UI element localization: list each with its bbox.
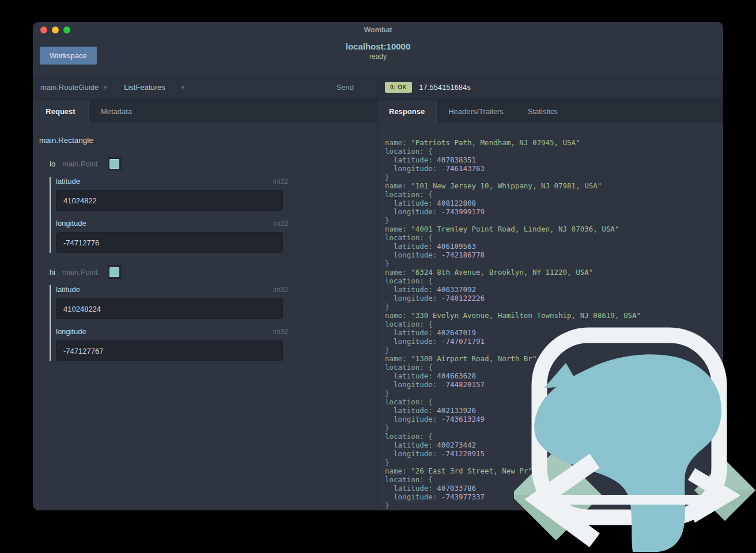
response-line: latitude: 408122808 (385, 199, 723, 207)
wombat-window: Wombat Workspace localhost:10000 ready m… (33, 22, 723, 510)
response-line: latitude: 407838351 (385, 156, 723, 164)
response-line: longitude: -740122226 (385, 294, 723, 302)
response-line: } (385, 501, 723, 510)
response-line: name: "26 East 3rd Street, New Pr" (385, 467, 723, 475)
request-tab-bar: Request Metadata (33, 100, 377, 123)
response-line: } (385, 346, 723, 354)
response-line: name: "Patriots Path, Mendham, NJ 07945,… (385, 138, 723, 147)
chevron-down-icon[interactable]: ▾ (103, 84, 107, 90)
screen: Wombat Workspace localhost:10000 ready m… (0, 0, 756, 553)
field-type: main.Point (62, 268, 97, 276)
traffic-lights (40, 26, 70, 33)
response-line: longitude: -744820157 (385, 380, 723, 389)
response-line: location: { (385, 432, 723, 441)
field-type: main.Point (62, 160, 97, 168)
field-lo-checkbox[interactable] (108, 157, 122, 171)
chevron-down-icon[interactable]: ▾ (181, 84, 185, 90)
header: Workspace localhost:10000 ready (33, 38, 723, 75)
latitude-type: int32 (273, 286, 288, 294)
response-line: name: "4001 Tremley Point Road, Linden, … (385, 225, 723, 233)
server-status: localhost:10000 ready (33, 41, 723, 60)
response-line: longitude: -747071791 (385, 337, 723, 346)
response-line: longitude: -743999179 (385, 207, 723, 216)
field-name: lo (50, 160, 55, 168)
response-line: latitude: 406109563 (385, 242, 723, 251)
send-button[interactable]: Send (333, 82, 357, 92)
field-hi-checkbox[interactable] (108, 265, 122, 279)
response-line: name: "101 New Jersey 10, Whippany, NJ 0… (385, 181, 723, 190)
service-select[interactable]: main.RouteGuide (40, 83, 99, 92)
response-line: location: { (385, 233, 723, 242)
response-line: } (385, 389, 723, 397)
response-line: location: { (385, 276, 723, 285)
longitude-type: int32 (273, 219, 288, 228)
connection-status: ready (33, 52, 723, 60)
response-line: } (385, 259, 723, 268)
message-type-label: main.Rectangle (39, 136, 377, 145)
status-badge: 0: OK (385, 82, 412, 93)
response-line: latitude: 402647019 (385, 328, 723, 337)
zoom-button[interactable] (63, 26, 70, 33)
tab-metadata[interactable]: Metadata (89, 100, 144, 123)
request-toolbar: main.RouteGuide ▾ ListFeatures ▾ Send (33, 75, 377, 100)
response-panel: 0: OK 17.554151684s Response Headers/Tra… (377, 75, 723, 510)
response-line: longitude: -743977337 (385, 493, 723, 501)
response-line: } (385, 173, 723, 181)
response-line: location: { (385, 190, 723, 199)
lo-latitude-input[interactable] (56, 190, 283, 211)
tab-headers-trailers[interactable]: Headers/Trailers (437, 100, 515, 123)
field-name: hi (50, 268, 55, 276)
field-group-lo: lo main.Point latitude int32 (50, 156, 377, 253)
server-address: localhost:10000 (33, 41, 723, 51)
response-tab-bar: Response Headers/Trailers Statistics (377, 100, 723, 123)
longitude-type: int32 (273, 328, 288, 336)
response-line: location: { (385, 320, 723, 328)
response-line: } (385, 458, 723, 467)
response-line: location: { (385, 397, 723, 406)
response-line: latitude: 407033786 (385, 484, 723, 493)
response-line: } (385, 216, 723, 225)
title-bar: Wombat (33, 22, 723, 38)
checkbox-checked-icon (109, 159, 119, 169)
response-line: longitude: -742186778 (385, 251, 723, 259)
request-form: main.Rectangle lo main.Point latitude (33, 123, 377, 510)
longitude-label: longitude (56, 219, 86, 228)
response-line: longitude: -746143763 (385, 164, 723, 173)
tab-request[interactable]: Request (33, 100, 89, 123)
response-line: name: "6324 8th Avenue, Brooklyn, NY 112… (385, 268, 723, 276)
response-line: longitude: -743613249 (385, 415, 723, 423)
longitude-label: longitude (56, 327, 86, 336)
main-split: main.RouteGuide ▾ ListFeatures ▾ Send Re… (33, 75, 723, 510)
response-line: longitude: -741220915 (385, 449, 723, 458)
response-line: location: { (385, 363, 723, 372)
method-select[interactable]: ListFeatures (124, 83, 165, 92)
field-group-hi: hi main.Point latitude int32 (50, 264, 377, 361)
latitude-type: int32 (273, 177, 288, 185)
hi-latitude-input[interactable] (56, 298, 283, 319)
latitude-label: latitude (56, 285, 80, 294)
response-line: } (385, 423, 723, 432)
response-line: location: { (385, 475, 723, 484)
response-line: location: { (385, 147, 723, 156)
checkbox-checked-icon (109, 267, 119, 277)
response-line: latitude: 404663628 (385, 372, 723, 380)
tab-statistics[interactable]: Statistics (515, 100, 570, 123)
response-line: name: "1300 Airport Road, North Br" (385, 354, 723, 363)
response-scroll-area[interactable]: name: "Patriots Path, Mendham, NJ 07945,… (377, 123, 723, 510)
close-button[interactable] (40, 26, 47, 33)
window-title: Wombat (364, 26, 392, 34)
duration-label: 17.554151684s (419, 83, 471, 92)
lo-longitude-input[interactable] (56, 232, 283, 253)
response-line: latitude: 400273442 (385, 441, 723, 449)
tab-response[interactable]: Response (377, 100, 437, 123)
response-line: } (385, 302, 723, 311)
hi-longitude-input[interactable] (56, 340, 283, 361)
request-panel: main.RouteGuide ▾ ListFeatures ▾ Send Re… (33, 75, 377, 510)
response-line: latitude: 402133926 (385, 406, 723, 415)
response-line: latitude: 406337092 (385, 285, 723, 294)
latitude-label: latitude (56, 177, 80, 185)
minimize-button[interactable] (52, 26, 59, 33)
response-line: name: "330 Evelyn Avenue, Hamilton Towns… (385, 311, 723, 320)
response-toolbar: 0: OK 17.554151684s (377, 75, 723, 100)
